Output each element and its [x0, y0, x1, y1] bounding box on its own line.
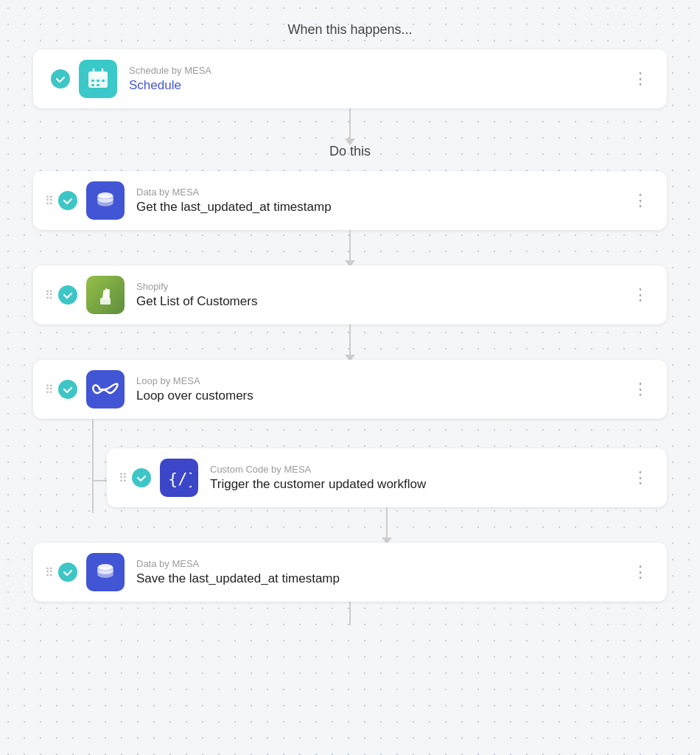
loop-inner: ⠿ {/} Custom Code by MESA Trigger the cu…	[107, 419, 667, 543]
loop-section: ⠿ {/} Custom Code by MESA Trigger the cu…	[33, 419, 667, 543]
trigger-card-text: Schedule by MESA Schedule	[129, 65, 626, 93]
app-label-step2: Shopify	[136, 281, 626, 292]
action-label-step3: Loop over customers	[136, 389, 626, 403]
app-label-step3: Loop by MESA	[136, 375, 626, 386]
step-card-step4: ⠿ {/} Custom Code by MESA Trigger the cu…	[107, 448, 667, 507]
app-icon-step1	[86, 181, 125, 220]
check-icon-step4	[132, 468, 151, 487]
action-label-step1: Get the last_updated_at timestamp	[136, 200, 626, 215]
connector-2	[349, 230, 351, 265]
app-icon-step2	[86, 276, 125, 314]
action-label-step2: Get List of Customers	[136, 294, 626, 309]
card-text-step1: Data by MESA Get the last_updated_at tim…	[136, 187, 626, 215]
app-label-step4: Custom Code by MESA	[210, 464, 626, 475]
check-icon-step5	[58, 563, 77, 582]
svg-rect-7	[91, 84, 94, 86]
drag-handle-step2[interactable]: ⠿	[45, 288, 52, 302]
drag-handle-step4[interactable]: ⠿	[119, 471, 126, 485]
action-label-step5: Save the last_updated_at timestamp	[136, 571, 626, 586]
trigger-app-icon	[79, 60, 117, 98]
svg-text:{/}: {/}	[168, 470, 192, 487]
drag-handle-step1[interactable]: ⠿	[45, 194, 52, 208]
svg-rect-6	[102, 80, 105, 82]
card-text-step5: Data by MESA Save the last_updated_at ti…	[136, 558, 626, 586]
trigger-action-label: Schedule	[129, 78, 626, 93]
app-icon-step3	[86, 370, 125, 408]
app-icon-step5	[86, 553, 125, 591]
bottom-connector	[349, 602, 351, 625]
connector-3	[349, 324, 351, 360]
svg-rect-11	[103, 296, 105, 299]
svg-rect-4	[91, 80, 94, 82]
drag-handle-step5[interactable]: ⠿	[45, 566, 52, 580]
trigger-check-icon	[51, 69, 70, 88]
action-label-step4: Trigger the customer updated workflow	[210, 477, 626, 492]
step-card-step1: ⠿ Data by MESA Get the last_updated_at t…	[33, 171, 667, 230]
svg-rect-1	[88, 72, 108, 77]
check-icon-step2	[58, 285, 77, 305]
workflow-container: When this happens... Schedule by ME	[0, 22, 700, 625]
loop-left-bar	[92, 419, 94, 513]
trigger-more-button[interactable]: ⋮	[626, 65, 655, 93]
more-button-step5[interactable]: ⋮	[626, 558, 655, 586]
svg-rect-8	[97, 84, 99, 86]
check-icon-step1	[58, 191, 77, 210]
more-button-step1[interactable]: ⋮	[626, 187, 655, 215]
trigger-card: Schedule by MESA Schedule ⋮	[33, 49, 667, 108]
drag-handle-step3[interactable]: ⠿	[45, 383, 52, 397]
more-button-step4[interactable]: ⋮	[626, 464, 655, 492]
card-text-step2: Shopify Get List of Customers	[136, 281, 626, 309]
more-button-step2[interactable]: ⋮	[626, 281, 655, 309]
step-card-step5: ⠿ Data by MESA Save the last_updated_at …	[33, 543, 667, 602]
step-card-step2: ⠿ Shopify Get List of Customers ⋮	[33, 265, 667, 324]
loop-inner-connector	[386, 507, 388, 543]
card-text-step3: Loop by MESA Loop over customers	[136, 375, 626, 403]
when-label: When this happens...	[287, 22, 412, 38]
card-text-step4: Custom Code by MESA Trigger the customer…	[210, 464, 626, 492]
connector-1	[349, 108, 351, 144]
do-label: Do this	[329, 144, 371, 159]
app-label-step1: Data by MESA	[136, 187, 626, 198]
step-card-step3: ⠿ Loop by MESA Loop over customers ⋮	[33, 360, 667, 419]
svg-rect-5	[97, 80, 99, 82]
svg-rect-10	[100, 298, 111, 305]
trigger-app-label: Schedule by MESA	[129, 65, 626, 76]
app-label-step5: Data by MESA	[136, 558, 626, 569]
more-button-step3[interactable]: ⋮	[626, 375, 655, 403]
app-icon-step4: {/}	[160, 459, 198, 497]
svg-rect-12	[106, 296, 108, 299]
check-icon-step3	[58, 380, 77, 399]
